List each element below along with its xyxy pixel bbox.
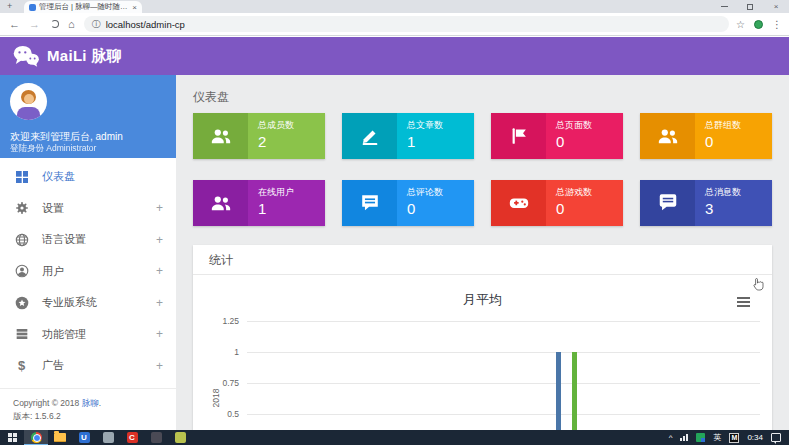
c-app-icon: C: [127, 432, 138, 443]
sidebar-item-feature-management[interactable]: 功能管理 +: [0, 319, 176, 351]
expand-plus-icon[interactable]: +: [156, 233, 163, 247]
globe-icon: [13, 231, 30, 248]
restore-button[interactable]: [737, 2, 763, 11]
start-button[interactable]: [0, 430, 24, 445]
stat-card-online-users[interactable]: 在线用户 1: [193, 180, 325, 226]
layers-icon: [13, 326, 30, 343]
tray-app-icon[interactable]: [696, 433, 705, 442]
chart-bar-green[interactable]: [572, 352, 577, 430]
home-button[interactable]: ⌂: [68, 18, 75, 30]
toolbar-right: ☆ ⋮: [736, 19, 782, 30]
gridline: [247, 321, 760, 322]
tray-chevron-up-icon[interactable]: ^: [669, 433, 673, 442]
expand-plus-icon[interactable]: +: [156, 327, 163, 341]
taskbar-app-button[interactable]: [96, 430, 120, 445]
chart-title: 月平均: [193, 275, 772, 309]
login-role-text: 登陆身份 Administrator: [10, 143, 96, 155]
games-icon: [491, 180, 546, 226]
stat-label: 总评论数: [407, 186, 474, 199]
stat-card-total-games[interactable]: 总游戏数 0: [491, 180, 623, 226]
stat-value: 1: [258, 200, 325, 217]
restore-icon: [747, 4, 753, 10]
stat-value: 0: [705, 133, 772, 150]
sidebar-item-settings[interactable]: 设置 +: [0, 193, 176, 225]
tab-close-icon[interactable]: ×: [132, 3, 137, 12]
browser-menu-icon[interactable]: ⋮: [772, 19, 782, 30]
y-tick: 0.5: [207, 409, 239, 419]
ime-language-badge[interactable]: 英: [713, 432, 721, 443]
sidebar-footer: Copyright © 2018 脉聊. 版本: 1.5.6.2: [0, 388, 176, 423]
tab-title: 管理后台 | 脉聊—随时随…: [39, 2, 130, 12]
sidebar-item-pro-system[interactable]: 专业版系统 +: [0, 287, 176, 319]
sidebar-item-language-settings[interactable]: 语言设置 +: [0, 224, 176, 256]
statistics-panel: 统计 月平均 1.25 1 0.75 0.5 2018: [193, 245, 772, 430]
site-info-icon[interactable]: ⓘ: [92, 18, 101, 31]
gridline: [247, 383, 760, 384]
sidebar-item-ads[interactable]: $ 广告 +: [0, 350, 176, 382]
reload-button[interactable]: [51, 20, 59, 28]
minimize-button[interactable]: [711, 2, 737, 11]
flag-icon: [491, 113, 546, 159]
sidebar-item-label: 仪表盘: [42, 169, 75, 184]
taskbar-explorer-button[interactable]: [48, 430, 72, 445]
gridline: [247, 352, 760, 353]
stat-card-total-articles[interactable]: 总文章数 1: [342, 113, 474, 159]
file-explorer-icon: [54, 433, 66, 442]
taskbar-app-button[interactable]: [168, 430, 192, 445]
clock[interactable]: 0:34: [747, 433, 763, 442]
stat-card-total-members[interactable]: 总成员数 2: [193, 113, 325, 159]
forward-button[interactable]: →: [29, 18, 40, 30]
address-bar[interactable]: ⓘ localhost/admin-cp: [84, 16, 729, 32]
sidebar-item-label: 功能管理: [42, 327, 86, 342]
action-center-icon[interactable]: [771, 433, 781, 442]
stat-value: 0: [407, 200, 474, 217]
m-tray-badge[interactable]: M: [729, 433, 739, 443]
stat-label: 总成员数: [258, 119, 325, 132]
members-icon: [193, 113, 248, 159]
browser-tab[interactable]: 管理后台 | 脉聊—随时随… ×: [24, 1, 142, 13]
stat-card-total-comments[interactable]: 总评论数 0: [342, 180, 474, 226]
brand-title: MaiLi 脉聊: [47, 47, 122, 66]
minimize-icon: [721, 6, 728, 7]
gear-icon: [13, 200, 30, 217]
stat-value: 2: [258, 133, 325, 150]
chart-bar-blue[interactable]: [556, 352, 561, 430]
expand-plus-icon[interactable]: +: [156, 264, 163, 278]
taskbar-chrome-button[interactable]: [24, 430, 48, 445]
dashboard-icon: [13, 168, 30, 185]
bookmark-star-icon[interactable]: ☆: [736, 19, 745, 30]
sidebar-item-dashboard[interactable]: 仪表盘: [0, 161, 176, 193]
stat-label: 在线用户: [258, 186, 325, 199]
url-text: localhost/admin-cp: [106, 19, 185, 30]
y-tick: 0.75: [207, 378, 239, 388]
statistics-panel-title: 统计: [193, 245, 772, 275]
sidebar-menu: 仪表盘 设置 + 语言设置: [0, 158, 176, 382]
network-signal-icon[interactable]: [680, 434, 688, 441]
taskbar-app-button[interactable]: [144, 430, 168, 445]
y-tick: 1: [207, 347, 239, 357]
windows-logo-icon: [8, 433, 17, 442]
extension-icon[interactable]: [754, 20, 763, 29]
y-tick: 1.25: [207, 316, 239, 326]
comments-icon: [342, 180, 397, 226]
stat-card-total-pages[interactable]: 总页面数 0: [491, 113, 623, 159]
expand-plus-icon[interactable]: +: [156, 359, 163, 373]
expand-plus-icon[interactable]: +: [156, 296, 163, 310]
taskbar-app-button[interactable]: C: [120, 430, 144, 445]
taskbar-app-button[interactable]: U: [72, 430, 96, 445]
stat-card-total-messages[interactable]: 总消息数 3: [640, 180, 772, 226]
green-folder-icon: [175, 432, 186, 443]
sidebar-item-users[interactable]: 用户 +: [0, 256, 176, 288]
new-tab-button[interactable]: +: [7, 0, 12, 13]
back-button[interactable]: ←: [9, 18, 20, 30]
stat-cards-grid: 总成员数 2 总文章数 1: [193, 113, 772, 226]
sidebar-item-label: 广告: [42, 358, 64, 373]
browser-toolbar: ← → ⌂ ⓘ localhost/admin-cp ☆ ⋮: [0, 13, 789, 36]
stat-card-total-groups[interactable]: 总群组数 0: [640, 113, 772, 159]
close-button[interactable]: ×: [763, 2, 789, 11]
user-icon: [13, 263, 30, 280]
hamburger-icon[interactable]: [737, 297, 750, 309]
avatar-face: [24, 94, 34, 104]
copyright-link[interactable]: 脉聊: [82, 398, 99, 408]
expand-plus-icon[interactable]: +: [156, 201, 163, 215]
